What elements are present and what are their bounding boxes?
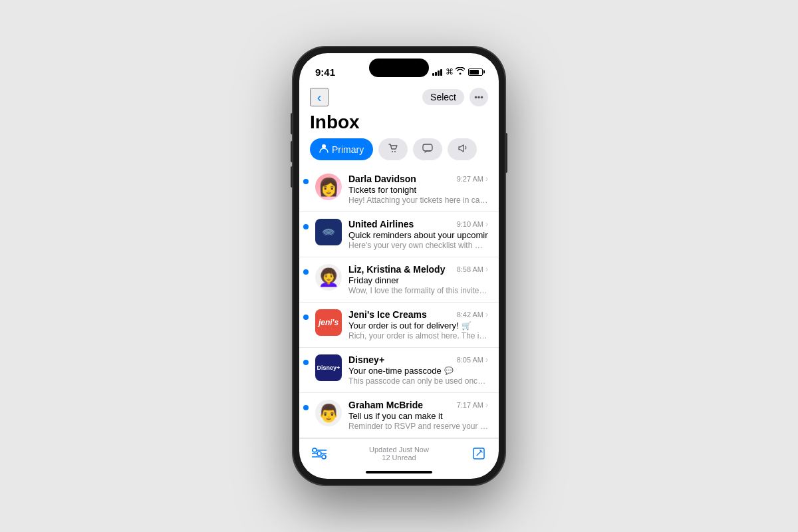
email-item-liz[interactable]: 👩‍🦱 Liz, Kristina & Melody 8:58 AM › Fri… [299, 257, 499, 303]
email-header: Darla Davidson 9:27 AM › [348, 174, 488, 184]
email-subject: Tell us if you can make it [348, 411, 488, 421]
avatar-disney: Disney+ [315, 354, 342, 381]
status-time: 9:41 [315, 66, 335, 78]
email-preview: Rich, your order is almost here. The ite… [348, 331, 488, 340]
chevron-right-icon: › [485, 400, 488, 410]
svg-point-6 [317, 452, 321, 456]
avatar-graham: 👨 [315, 400, 342, 426]
email-time-row: 8:05 AM › [457, 355, 488, 364]
avatar-darla: 👩 [315, 174, 342, 200]
dynamic-island [369, 59, 429, 77]
email-preview: Here's your very own checklist with what… [348, 241, 488, 250]
email-item-united[interactable]: United Airlines 9:10 AM › Quick reminder… [299, 212, 499, 257]
email-subject: Your one-time passcode 💬 [348, 366, 488, 376]
email-subject: Quick reminders about your upcoming... 🛒 [348, 230, 488, 240]
email-item-graham[interactable]: 👨 Graham McBride 7:17 AM › Tell us if yo… [299, 393, 499, 438]
email-time-row: 9:27 AM › [457, 174, 488, 184]
unread-indicator [303, 405, 309, 410]
message-badge-icon: 💬 [444, 366, 454, 375]
chevron-right-icon: › [485, 219, 488, 229]
email-header: Jeni's Ice Creams 8:42 AM › [348, 309, 488, 320]
email-sender: Liz, Kristina & Melody [348, 264, 445, 275]
nav-right-buttons: Select ••• [422, 88, 488, 106]
email-time-row: 7:17 AM › [457, 400, 488, 410]
tab-shopping[interactable] [378, 138, 408, 160]
megaphone-icon [457, 144, 467, 155]
disney-logo-text: Disney+ [317, 364, 340, 371]
email-preview: Hey! Attaching your tickets here in case… [348, 196, 488, 205]
jenis-logo-text: jeni's [319, 318, 338, 327]
compose-icon [471, 446, 486, 461]
more-icon: ••• [474, 92, 483, 102]
email-time: 9:27 AM [457, 175, 483, 183]
email-header: United Airlines 9:10 AM › [348, 219, 488, 229]
email-content-united: United Airlines 9:10 AM › Quick reminder… [348, 219, 488, 250]
email-time: 8:05 AM [457, 356, 483, 364]
email-content-liz: Liz, Kristina & Melody 8:58 AM › Friday … [348, 264, 488, 295]
email-subject: Your order is out for delivery! 🛒 [348, 321, 488, 331]
person-icon [319, 144, 329, 155]
email-header: Graham McBride 7:17 AM › [348, 400, 488, 410]
avatar-emoji: 👨 [318, 404, 339, 422]
email-time: 8:42 AM [457, 311, 483, 319]
unread-indicator [303, 360, 309, 365]
bottom-bar: Updated Just Now 12 Unread [299, 438, 499, 466]
email-time: 8:58 AM [457, 265, 483, 273]
signal-icon [432, 68, 442, 76]
svg-rect-3 [423, 144, 432, 151]
unread-count-text: 12 Unread [369, 454, 429, 462]
filter-icon [312, 448, 327, 460]
compose-button[interactable] [469, 444, 488, 463]
svg-point-0 [322, 144, 326, 148]
bottom-status: Updated Just Now 12 Unread [369, 446, 429, 462]
filter-button[interactable] [310, 444, 329, 463]
unread-indicator [303, 315, 309, 320]
email-item-jenis[interactable]: jeni's Jeni's Ice Creams 8:42 AM › Your … [299, 303, 499, 348]
email-content-darla: Darla Davidson 9:27 AM › Tickets for ton… [348, 174, 488, 205]
tab-primary[interactable]: Primary [310, 138, 373, 160]
email-time: 9:10 AM [457, 220, 483, 228]
svg-point-7 [322, 455, 326, 459]
tab-promo[interactable] [448, 138, 477, 160]
back-button[interactable]: ‹ [310, 88, 329, 106]
email-header: Disney+ 8:05 AM › [348, 354, 488, 365]
svg-point-2 [394, 151, 396, 152]
shopping-icon [388, 143, 398, 156]
email-sender: Darla Davidson [348, 174, 416, 184]
email-subject: Tickets for tonight [348, 185, 488, 195]
phone-screen: 9:41 ⌘ ‹ [299, 53, 499, 479]
svg-point-5 [313, 448, 317, 452]
home-indicator [299, 466, 499, 479]
page-title: Inbox [299, 112, 499, 138]
status-bar: 9:41 ⌘ [299, 53, 499, 82]
chevron-right-icon: › [485, 310, 488, 319]
email-preview: Reminder to RSVP and reserve your seat a… [348, 422, 488, 431]
shopping-badge-icon: 🛒 [462, 321, 471, 331]
wifi-icon: ⌘ [446, 67, 465, 76]
avatar-liz: 👩‍🦱 [315, 264, 342, 291]
email-item-darla[interactable]: 👩 Darla Davidson 9:27 AM › Tickets for t… [299, 167, 499, 212]
svg-point-1 [392, 151, 393, 152]
email-content-jenis: Jeni's Ice Creams 8:42 AM › Your order i… [348, 309, 488, 340]
email-content-graham: Graham McBride 7:17 AM › Tell us if you … [348, 400, 488, 431]
chevron-right-icon: › [485, 265, 488, 274]
email-sender: Disney+ [348, 354, 384, 365]
battery-icon [468, 68, 483, 76]
tab-social[interactable] [413, 138, 442, 160]
avatar-emoji: 👩 [318, 178, 339, 196]
updated-text: Updated Just Now [369, 446, 429, 454]
email-content-disney: Disney+ 8:05 AM › Your one-time passcode… [348, 354, 488, 386]
email-list: 👩 Darla Davidson 9:27 AM › Tickets for t… [299, 167, 499, 438]
email-sender: United Airlines [348, 219, 414, 229]
chevron-right-icon: › [485, 174, 488, 184]
email-item-disney[interactable]: Disney+ Disney+ 8:05 AM › Your one-time … [299, 348, 499, 393]
unread-indicator [303, 179, 309, 184]
unread-indicator [303, 224, 309, 229]
email-time: 7:17 AM [457, 401, 483, 409]
email-time-row: 8:58 AM › [457, 265, 488, 274]
united-airlines-logo [318, 221, 339, 243]
select-button[interactable]: Select [422, 89, 464, 105]
category-tabs: Primary [299, 138, 499, 167]
home-bar [366, 471, 432, 473]
more-button[interactable]: ••• [469, 88, 488, 106]
